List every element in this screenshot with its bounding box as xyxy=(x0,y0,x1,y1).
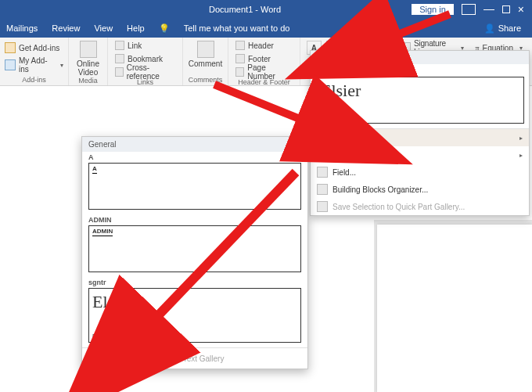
annotation-arrow-2 xyxy=(214,85,311,124)
tab-review[interactable]: Review xyxy=(52,23,80,33)
qp-item-name: signature xyxy=(311,64,529,75)
chevron-right-icon: ▸ xyxy=(519,135,523,142)
bookmark-label: Bookmark xyxy=(128,55,163,63)
qp-preview-signature[interactable]: Elsier Elsie Otachi xyxy=(315,77,524,124)
at-entry-a[interactable]: A A xyxy=(82,152,307,214)
share-icon: 👤 xyxy=(484,23,495,34)
at-admin-text: ADMIN xyxy=(92,228,113,236)
tab-mailings[interactable]: Mailings xyxy=(6,23,38,33)
at-preview-a: A xyxy=(88,163,301,210)
header-button[interactable]: Header xyxy=(233,39,295,52)
qp-menu-save: Save Selection to Quick Part Gallery... xyxy=(311,198,529,215)
at-save-label: Save Selection to AutoText Gallery xyxy=(104,354,224,363)
at-save-gallery: Save Selection to AutoText Gallery xyxy=(82,347,307,369)
restore-button[interactable] xyxy=(502,5,510,13)
document-page[interactable] xyxy=(377,225,532,392)
qp-bborg-label: Building Blocks Organizer... xyxy=(332,185,428,194)
share-label: Share xyxy=(498,23,521,33)
footer-icon xyxy=(235,54,245,63)
online-video-button[interactable]: Online Video xyxy=(74,39,102,77)
comment-icon xyxy=(197,41,214,58)
group-media-label: Media xyxy=(74,77,102,86)
at-label-sgntr: sgntr xyxy=(88,279,301,286)
close-button[interactable]: × xyxy=(518,3,524,16)
at-label-admin: ADMIN xyxy=(88,216,301,224)
qp-signature-text: Elsier xyxy=(321,81,519,101)
group-links-label: Links xyxy=(113,78,178,88)
display-options-icon[interactable] xyxy=(462,4,476,15)
group-hf-label: Header & Footer xyxy=(233,78,295,88)
link-icon xyxy=(115,41,124,50)
page-number-button[interactable]: Page Number xyxy=(233,66,295,78)
share-button[interactable]: 👤 Share xyxy=(484,23,532,34)
qp-autotext-label: AutoText xyxy=(332,134,363,142)
header-label: Header xyxy=(248,41,274,50)
minimize-button[interactable] xyxy=(483,9,494,10)
qp-menu-bborg[interactable]: Building Blocks Organizer... xyxy=(311,181,529,198)
at-a-text: A xyxy=(92,165,97,174)
qp-field-label: Field... xyxy=(332,168,356,177)
at-signature-text: Elsier xyxy=(92,292,297,312)
comment-button[interactable]: Comment xyxy=(189,39,223,68)
at-signature-by: Elsie Otachi xyxy=(92,333,126,340)
docprop-icon xyxy=(317,149,328,160)
group-comments-label: Comments xyxy=(188,76,223,85)
save-icon xyxy=(88,353,99,364)
at-label-a: A xyxy=(88,153,301,161)
my-addins-label: My Add-ins xyxy=(19,56,57,74)
quick-parts-dropdown: General signature Elsier Elsie Otachi Au… xyxy=(310,50,530,216)
header-icon xyxy=(235,41,245,50)
at-preview-admin: ADMIN xyxy=(88,225,301,272)
bookmark-icon xyxy=(115,54,124,63)
qp-menu-docprop[interactable]: Document Property ▸ xyxy=(311,146,529,164)
link-button[interactable]: Link xyxy=(113,39,178,52)
online-video-label-1: Online xyxy=(77,59,99,68)
at-entry-admin[interactable]: ADMIN ADMIN xyxy=(82,214,307,277)
comment-label: Comment xyxy=(189,59,222,68)
tab-view[interactable]: View xyxy=(94,23,113,33)
group-addins-label: Add-ins xyxy=(5,76,63,85)
at-preview-sgntr: Elsier Elsie Otachi xyxy=(88,288,301,343)
online-video-label-2: Video xyxy=(78,68,98,77)
store-icon xyxy=(5,42,16,53)
get-addins-button[interactable]: Get Add-ins xyxy=(5,41,59,55)
qp-menu-field[interactable]: Field... xyxy=(311,164,529,181)
addins-icon xyxy=(5,59,16,70)
qp-docprop-label: Document Property xyxy=(332,151,400,160)
pagenum-icon xyxy=(235,67,244,77)
tellme-icon: 💡 xyxy=(159,23,170,34)
bborg-icon xyxy=(317,184,328,195)
link-label: Link xyxy=(128,41,142,50)
save-icon xyxy=(317,201,328,212)
qp-menu-autotext[interactable]: AutoText ▸ xyxy=(311,129,529,146)
qp-general-header: General xyxy=(311,51,529,64)
footer-label: Footer xyxy=(248,55,271,63)
tellme-input[interactable]: Tell me what you want to do xyxy=(184,23,290,33)
autotext-gallery-panel: General A A ADMIN ADMIN sgntr Elsier Els… xyxy=(81,136,308,369)
get-addins-label: Get Add-ins xyxy=(19,44,59,52)
crossref-icon xyxy=(115,67,124,77)
qp-save-label: Save Selection to Quick Part Gallery... xyxy=(332,203,465,211)
crossref-button[interactable]: Cross-reference xyxy=(113,66,178,78)
window-title: Document1 - Word xyxy=(78,5,412,14)
qp-signature-by: Elsie Otachi xyxy=(321,113,354,120)
video-icon xyxy=(80,41,97,58)
chevron-right-icon: ▸ xyxy=(519,152,523,159)
tab-help[interactable]: Help xyxy=(127,23,145,33)
at-general-header: General xyxy=(82,137,307,152)
my-addins-button[interactable]: My Add-ins ▾ xyxy=(5,58,63,72)
autotext-icon xyxy=(317,132,328,143)
signin-button[interactable]: Sign in xyxy=(412,4,454,15)
at-entry-sgntr[interactable]: sgntr Elsier Elsie Otachi xyxy=(82,277,307,347)
field-icon xyxy=(317,167,328,178)
